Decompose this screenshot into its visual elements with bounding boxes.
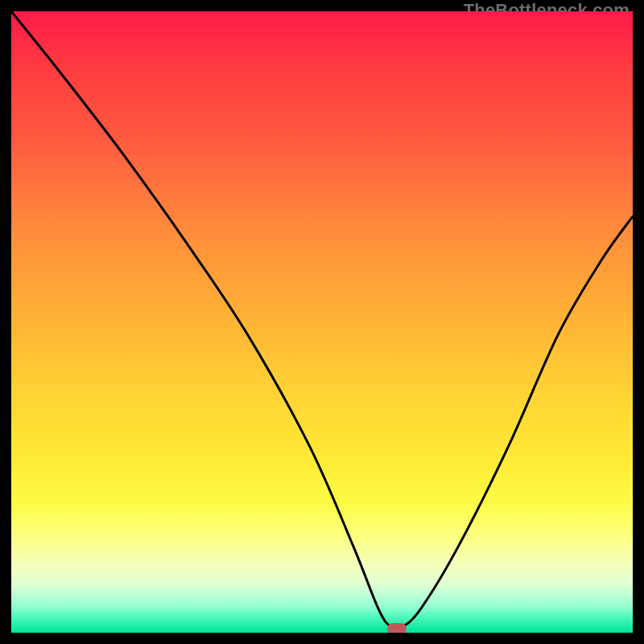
optimal-point-marker (387, 623, 407, 633)
chart-stage: TheBottleneck.com (0, 0, 644, 644)
plot-area (11, 11, 633, 633)
bottleneck-curve (11, 11, 633, 633)
